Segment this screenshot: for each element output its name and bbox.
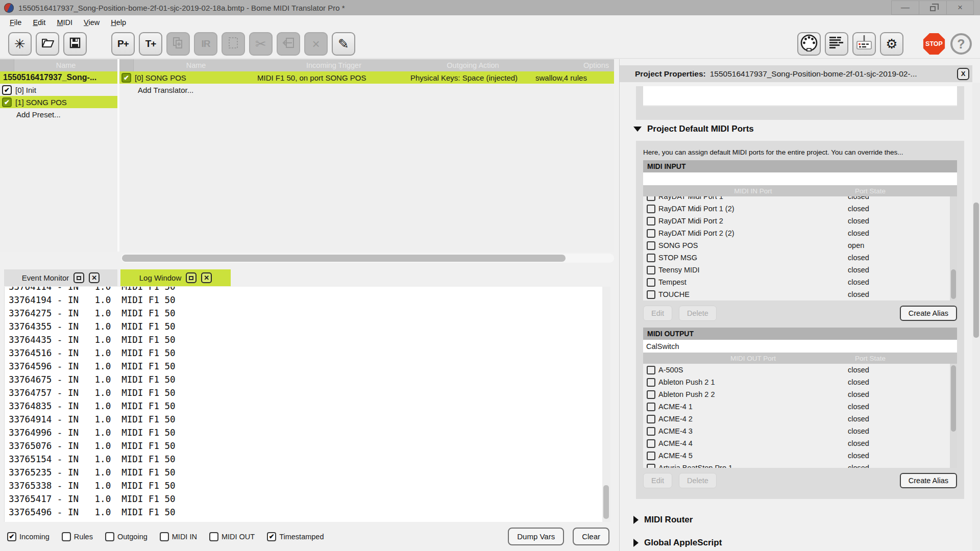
port-checkbox[interactable] [647, 290, 655, 299]
port-checkbox[interactable] [647, 278, 655, 287]
scrolled-text-field[interactable] [643, 86, 957, 105]
log-scrollbar[interactable] [602, 287, 610, 522]
port-row[interactable]: Arturia BeatStep Pro 1closed [643, 462, 957, 468]
port-row[interactable]: TOUCHEclosed [643, 288, 957, 300]
filter-outgoing[interactable]: Outgoing [105, 532, 148, 541]
port-row[interactable]: RayDAT Midi Port 2closed [643, 215, 957, 227]
midi-input-scrollbar[interactable] [950, 196, 957, 300]
properties-scrollbar-thumb[interactable] [973, 203, 979, 338]
add-preset-row[interactable]: Add Preset... [0, 108, 117, 120]
filter-checkbox[interactable] [209, 532, 218, 541]
preset-row[interactable]: ✔[1] SONG POS [0, 96, 117, 108]
create-alias-button[interactable]: Create Alias [900, 306, 957, 321]
port-checkbox[interactable] [647, 390, 655, 399]
filter-midi-out[interactable]: MIDI OUT [209, 532, 255, 541]
minimize-button[interactable]: — [891, 1, 919, 15]
properties-scrollbar[interactable] [972, 83, 980, 551]
port-checkbox[interactable] [647, 403, 655, 411]
port-row[interactable]: ACME-4 2closed [643, 413, 957, 425]
preset-checkbox[interactable]: ✔ [2, 85, 12, 95]
port-row[interactable]: STOP MSGclosed [643, 252, 957, 264]
close-tab-button[interactable]: ✕ [201, 272, 212, 283]
section-default-midi-ports[interactable]: Project Default MIDI Ports [633, 124, 754, 134]
port-checkbox[interactable] [647, 266, 655, 274]
dump-vars-button[interactable]: Dump Vars [508, 528, 564, 545]
maximize-tab-button[interactable] [186, 272, 197, 283]
midi-output-filter-field[interactable]: CalSwitch [643, 340, 957, 353]
port-checkbox[interactable] [647, 452, 655, 460]
new-project-button[interactable]: ✳ [8, 32, 32, 56]
midi-input-filter-field[interactable] [643, 172, 957, 185]
close-properties-button[interactable]: X [957, 68, 969, 80]
filter-midi-in[interactable]: MIDI IN [160, 532, 197, 541]
log-window-button[interactable] [825, 32, 848, 56]
edit-button[interactable]: ✎ [332, 32, 355, 56]
create-alias-button[interactable]: Create Alias [900, 473, 957, 488]
tab-event-monitor[interactable]: Event Monitor✕ [4, 269, 117, 286]
clear-button[interactable]: Clear [573, 528, 609, 545]
stop-all-button[interactable]: STOP [923, 33, 945, 55]
port-row[interactable]: SONG POSopen [643, 239, 957, 252]
filter-checkbox[interactable] [160, 532, 169, 541]
port-row[interactable]: Ableton Push 2 1closed [643, 376, 957, 388]
settings-button[interactable]: ⚙ [880, 32, 903, 56]
maximize-tab-button[interactable] [74, 272, 84, 283]
filter-checkbox[interactable] [62, 532, 71, 541]
midi-ports-button[interactable] [797, 32, 821, 56]
port-checkbox[interactable] [647, 229, 655, 238]
port-checkbox[interactable] [647, 427, 655, 436]
add-preset-button[interactable]: P+ [111, 32, 135, 56]
filter-checkbox[interactable]: ✔ [7, 532, 16, 541]
port-checkbox[interactable] [647, 378, 655, 387]
close-button[interactable]: × [946, 1, 974, 15]
port-row[interactable]: Tempestclosed [643, 276, 957, 288]
menu-help[interactable]: Help [105, 18, 132, 27]
port-checkbox[interactable] [647, 439, 655, 448]
port-row[interactable]: Ableton Push 2 2closed [643, 388, 957, 400]
port-row[interactable]: ACME-4 3closed [643, 425, 957, 437]
scrollbar-thumb[interactable] [951, 365, 956, 432]
port-row[interactable]: ACME-4 5closed [643, 449, 957, 462]
edit-port-button[interactable]: Edit [643, 473, 672, 488]
add-translator-row[interactable]: Add Translator... [119, 84, 614, 96]
tab-log-window[interactable]: Log Window✕ [120, 269, 231, 286]
port-row[interactable]: A-500Sclosed [643, 364, 957, 376]
filter-checkbox[interactable]: ✔ [267, 532, 276, 541]
filter-rules[interactable]: Rules [62, 532, 93, 541]
port-checkbox[interactable] [647, 196, 655, 201]
filter-incoming[interactable]: ✔Incoming [7, 532, 50, 541]
port-checkbox[interactable] [647, 464, 655, 468]
close-tab-button[interactable]: ✕ [89, 272, 100, 283]
restore-button[interactable] [919, 1, 946, 15]
edit-port-button[interactable]: Edit [643, 306, 672, 321]
open-file-button[interactable] [36, 32, 59, 56]
delete-port-button[interactable]: Delete [679, 473, 717, 488]
port-row[interactable]: RayDAT Midi Port 2 (2)closed [643, 227, 957, 239]
menu-edit[interactable]: Edit [27, 18, 51, 27]
port-checkbox[interactable] [647, 254, 655, 262]
filter-checkbox[interactable] [105, 532, 114, 541]
save-file-button[interactable] [63, 32, 87, 56]
preset-row[interactable]: 1550516417937_Song-... [0, 71, 117, 84]
port-row[interactable]: RayDAT Midi Port 1closed [643, 196, 957, 203]
port-checkbox[interactable] [647, 217, 655, 226]
port-row[interactable]: ACME-4 4closed [643, 437, 957, 449]
scrollbar-thumb[interactable] [951, 269, 956, 299]
port-checkbox[interactable] [647, 241, 655, 250]
section-global-applescript[interactable]: Global AppleScript [633, 538, 722, 548]
preset-row[interactable]: ✔[0] Init [0, 84, 117, 96]
port-checkbox[interactable] [647, 205, 655, 213]
midi-output-scrollbar[interactable] [950, 364, 957, 468]
log-scrollbar-thumb[interactable] [603, 485, 609, 519]
menu-midi[interactable]: MIDI [51, 18, 78, 27]
port-checkbox[interactable] [647, 415, 655, 423]
horizontal-scrollbar[interactable] [121, 254, 614, 263]
log-output[interactable]: 33764114 - IN 1.0 MIDI F1 5033764194 - I… [4, 287, 602, 522]
port-row[interactable]: ACME-4 1closed [643, 400, 957, 413]
delete-port-button[interactable]: Delete [679, 306, 717, 321]
filter-timestamped[interactable]: ✔Timestamped [267, 532, 324, 541]
midi-router-button[interactable] [852, 32, 876, 56]
help-button[interactable]: ? [950, 33, 972, 55]
port-checkbox[interactable] [647, 366, 655, 374]
translator-checkbox[interactable]: ✔ [121, 73, 131, 83]
